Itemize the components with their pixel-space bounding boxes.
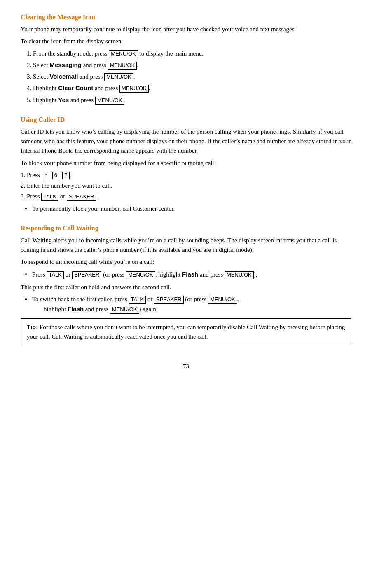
section1-step3: Select Voicemail and press MENU/OK.	[33, 72, 351, 81]
section1-step5: Highlight Yes and press MENU/OK.	[33, 95, 351, 105]
label-flash-1: Flash	[182, 271, 198, 278]
section3-bullet2-cont: highlight Flash and press MENU/OK) again…	[44, 304, 351, 314]
section1-intro: Your phone may temporarily continue to d…	[21, 25, 351, 34]
key-speaker-3: SPEAKER	[154, 296, 183, 304]
key-speaker-1: SPEAKER	[67, 193, 96, 201]
key-talk-1: TALK	[41, 193, 58, 201]
section3-bullets2: To switch back to the first caller, pres…	[25, 295, 351, 314]
section2-steps: 1. Press * 6 7. 2. Enter the number you …	[21, 170, 351, 202]
section1-instruction: To clear the icon from the display scree…	[21, 37, 351, 46]
key-menu-ok-1: MENU/OK	[109, 50, 138, 58]
key-talk-3: TALK	[129, 296, 146, 304]
section-call-waiting: Responding to Call Waiting Call Waiting …	[21, 223, 351, 345]
section1-step2: Select Messaging and press MENU/OK.	[33, 60, 351, 70]
section3-bullets: Press TALK or SPEAKER (or press MENU/OK,…	[25, 270, 351, 279]
key-menu-ok-3: MENU/OK	[104, 73, 133, 81]
section1-step1: From the standby mode, press MENU/OK to …	[33, 49, 351, 58]
section2-bullets: To permanently block your number, call C…	[25, 204, 351, 214]
section2-intro: Caller ID lets you know who’s calling by…	[21, 127, 351, 156]
key-menu-ok-2: MENU/OK	[108, 62, 137, 70]
section-using-caller-id: Using Caller ID Caller ID lets you know …	[21, 115, 351, 214]
section2-title: Using Caller ID	[21, 115, 351, 125]
section3-bullet1: Press TALK or SPEAKER (or press MENU/OK,…	[25, 270, 351, 279]
tip-label: Tip:	[27, 323, 38, 330]
section3-bullet1-after: This puts the first caller on hold and a…	[21, 283, 351, 292]
key-7: 7	[62, 172, 69, 179]
key-6: 6	[52, 172, 59, 179]
key-menu-ok-9: MENU/OK	[110, 306, 139, 314]
label-yes: Yes	[58, 96, 69, 103]
key-talk-2: TALK	[47, 271, 64, 279]
section2-step1: 1. Press * 6 7.	[21, 170, 351, 180]
section2-step3: 3. Press TALK or SPEAKER .	[21, 192, 351, 201]
key-menu-ok-7: MENU/OK	[225, 271, 254, 279]
key-menu-ok-5: MENU/OK	[95, 97, 124, 105]
section1-steps-list: From the standby mode, press MENU/OK to …	[33, 49, 351, 105]
tip-text: For those calls where you don’t want to …	[27, 324, 345, 340]
section3-instruction: To respond to an incoming call while you…	[21, 257, 351, 267]
page-number: 73	[21, 362, 351, 371]
key-menu-ok-6: MENU/OK	[126, 271, 155, 279]
section1-step4: Highlight Clear Count and press MENU/OK.	[33, 83, 351, 93]
section-clearing-message-icon: Clearing the Message Icon Your phone may…	[21, 12, 351, 105]
section2-bullet1: To permanently block your number, call C…	[25, 204, 351, 214]
section2-step2: 2. Enter the number you want to call.	[21, 181, 351, 191]
key-menu-ok-8: MENU/OK	[208, 296, 237, 304]
key-speaker-2: SPEAKER	[72, 271, 101, 279]
label-clear-count: Clear Count	[58, 84, 93, 91]
key-menu-ok-4: MENU/OK	[119, 85, 149, 93]
section3-bullet2: To switch back to the first caller, pres…	[25, 295, 351, 314]
key-star: *	[43, 172, 49, 179]
label-messaging: Messaging	[49, 61, 82, 68]
section3-title: Responding to Call Waiting	[21, 223, 351, 233]
label-voicemail: Voicemail	[49, 73, 78, 80]
tip-box: Tip: For those calls where you don’t wan…	[21, 318, 351, 346]
section3-intro: Call Waiting alerts you to incoming call…	[21, 236, 351, 255]
label-flash-2: Flash	[68, 305, 84, 312]
section2-instruction: To block your phone number from being di…	[21, 158, 351, 168]
section1-title: Clearing the Message Icon	[21, 12, 351, 22]
